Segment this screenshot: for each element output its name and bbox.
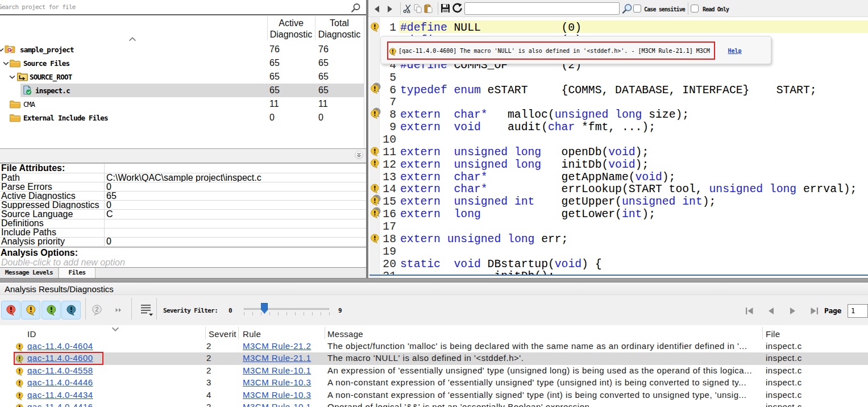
line-number: 16 — [375, 209, 396, 221]
editor-bottom-line — [369, 275, 868, 276]
page-number-input[interactable]: 1 — [848, 304, 868, 318]
tree-item-label: CMA — [23, 100, 35, 109]
result-id-link[interactable]: qac-11.4.0-4416 — [27, 402, 93, 407]
code-line-15: extern unsigned int getUpper(unsigned in… — [400, 196, 716, 209]
magnifier-icon[interactable] — [351, 3, 361, 13]
code-editor[interactable]: 1#define NULL (0)2#define TRUE (1)3#defi… — [368, 17, 868, 278]
result-row-qac-11.4.0-4558[interactable]: qac-11.4.0-45582M3CM Rule-10.1An express… — [0, 365, 868, 377]
file-checked-icon — [23, 85, 32, 95]
tree-item-label: inspect.c — [35, 86, 70, 95]
result-row-qac-11.4.0-4604[interactable]: qac-11.4.0-46042M3CM Rule-21.2The object… — [0, 340, 868, 353]
results-col-message-header[interactable]: Message — [327, 329, 363, 339]
last-page-icon[interactable] — [810, 307, 819, 315]
error-bubble-icon — [6, 305, 16, 315]
filter-button-warning[interactable] — [21, 301, 40, 319]
tree-col-active-header[interactable]: ActiveDiagnostic — [267, 18, 315, 40]
tree-active-count: 76 — [269, 44, 280, 55]
filter-button-info[interactable] — [41, 301, 61, 319]
results-col-severity-header[interactable]: Severit — [209, 329, 236, 339]
tree-total-count: 65 — [318, 85, 329, 95]
toolbar-separator — [156, 298, 157, 319]
tree-item-cma[interactable]: CMA1111 — [0, 97, 366, 111]
result-id-link[interactable]: qac-11.4.0-4558 — [27, 366, 93, 375]
tree-selection — [20, 84, 364, 97]
next-page-icon[interactable] — [788, 307, 797, 315]
tooltip-help-link[interactable]: Help — [728, 48, 742, 54]
level2-bubble-icon[interactable]: 2 — [92, 305, 102, 315]
slider-tick — [269, 312, 270, 315]
result-file: inspect.c — [766, 366, 802, 375]
result-row-qac-11.4.0-4600[interactable]: qac-11.4.0-46002M3CM Rule-21.1The macro … — [0, 352, 868, 365]
results-col-id-header[interactable]: ID — [27, 329, 36, 339]
chevron-down-icon[interactable] — [3, 61, 9, 65]
case-sensitive-checkbox[interactable] — [633, 5, 641, 13]
back-icon[interactable] — [373, 5, 381, 13]
paste-icon[interactable] — [424, 4, 433, 13]
tab-files[interactable]: Files — [59, 268, 95, 278]
tree-item-inspect-c[interactable]: inspect.c6565 — [0, 84, 366, 97]
horizontal-splitter[interactable] — [0, 278, 868, 283]
panel-splitter-strip[interactable] — [0, 148, 366, 163]
tab-message-levels[interactable]: Message Levels — [0, 268, 59, 278]
tree-item-source-files[interactable]: Source Files6565 — [0, 56, 366, 70]
case-sensitive-label: Case sensitive — [644, 6, 685, 13]
forward-icon[interactable] — [386, 5, 394, 13]
result-file: inspect.c — [766, 341, 802, 351]
copy-icon[interactable] — [413, 4, 422, 13]
folder-icon — [10, 59, 20, 68]
tree-col-total-header[interactable]: TotalDiagnostic — [315, 18, 364, 40]
attr-value: 65 — [106, 192, 117, 201]
first-page-icon[interactable] — [745, 307, 754, 315]
list-menu-icon[interactable] — [140, 304, 153, 317]
attr-label-active-diagnostics: Active Diagnostics — [1, 192, 76, 201]
tree-item-external-include-files[interactable]: External Include Files00 — [0, 111, 366, 124]
warning-bubble-icon — [15, 379, 24, 388]
prev-page-icon[interactable] — [767, 307, 775, 315]
results-col-file-header[interactable]: File — [766, 329, 780, 339]
result-rule-link[interactable]: M3CM Rule-10.3 — [243, 377, 311, 387]
tree-item-sample-project[interactable]: sample_project7676 — [0, 43, 366, 56]
slider-tick — [304, 312, 304, 315]
result-rule-link[interactable]: M3CM Rule-10.1 — [243, 402, 311, 407]
magnifier-icon[interactable] — [622, 3, 633, 14]
chevron-down-icon[interactable] — [0, 48, 4, 52]
tree-item-source-root[interactable]: SOURCE_ROOT6565 — [0, 70, 366, 84]
result-id-link[interactable]: qac-11.4.0-4604 — [27, 341, 93, 351]
note-bubble-icon — [66, 305, 77, 315]
result-row-qac-11.4.0-4446[interactable]: qac-11.4.0-44463M3CM Rule-10.3A non-cons… — [0, 377, 868, 389]
result-rule-link[interactable]: M3CM Rule-10.3 — [243, 390, 311, 400]
left-tabs: Message LevelsFiles — [0, 267, 366, 278]
line-number: 19 — [375, 246, 396, 259]
result-row-qac-11.4.0-4434[interactable]: qac-11.4.0-44344M3CM Rule-10.3A non-cons… — [0, 389, 868, 402]
code-line-8: extern char* malloc(unsigned long size); — [400, 109, 689, 122]
tree-active-count: 11 — [269, 99, 279, 109]
save-icon[interactable] — [441, 3, 450, 13]
header-separator — [205, 327, 206, 339]
cut-icon[interactable] — [403, 4, 412, 13]
read-only-checkbox[interactable] — [691, 5, 699, 13]
result-rule-link[interactable]: M3CM Rule-21.1 — [243, 353, 311, 363]
results-col-rule-header[interactable]: Rule — [243, 329, 261, 339]
result-rule-link[interactable]: M3CM Rule-10.1 — [243, 366, 311, 375]
attr-label-parse-errors: Parse Errors — [1, 182, 52, 192]
line-number: 9 — [375, 122, 396, 134]
toolbar-separator — [131, 298, 132, 319]
result-rule-link[interactable]: M3CM Rule-21.2 — [243, 341, 311, 351]
severity-slider-handle[interactable] — [261, 303, 268, 314]
helix-qac-window: Search project for file ActiveDiagnostic… — [0, 0, 868, 407]
result-file: inspect.c — [766, 390, 802, 400]
project-search-input[interactable]: Search project for file — [0, 3, 76, 11]
file-attributes-title: File Attributes: — [1, 164, 65, 173]
analysis-options-hint[interactable]: Double-click to add new option — [1, 258, 125, 268]
editor-search-input[interactable] — [464, 2, 620, 15]
collapse-panel-button[interactable] — [355, 151, 363, 159]
result-id-link[interactable]: qac-11.4.0-4434 — [27, 390, 93, 400]
result-row-qac-11.4.0-4416[interactable]: qac-11.4.0-44162M3CM Rule-10.1Operand of… — [0, 401, 868, 407]
chevron-down-icon[interactable] — [9, 75, 15, 79]
double-arrow-icon[interactable] — [115, 307, 122, 313]
refresh-icon[interactable] — [452, 3, 463, 14]
filter-button-error[interactable] — [1, 301, 20, 319]
severity-slider-track[interactable] — [244, 308, 329, 310]
result-id-link[interactable]: qac-11.4.0-4446 — [27, 377, 93, 387]
filter-button-note[interactable] — [61, 301, 81, 319]
